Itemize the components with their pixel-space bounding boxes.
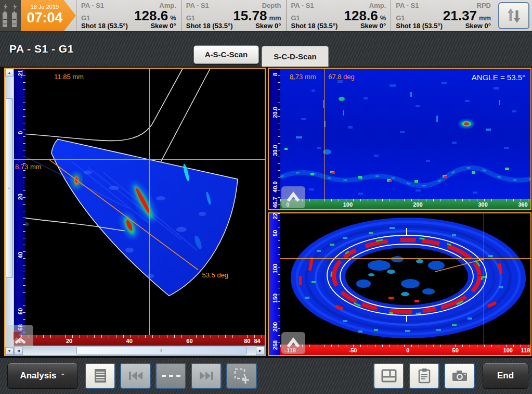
data-list-button[interactable] <box>85 363 115 389</box>
sscan-view[interactable]: ▲ ≡ ▼ -21020406068 <box>4 68 266 356</box>
skip-forward-icon <box>199 371 214 381</box>
list-icon <box>93 368 108 384</box>
readout-unit: mm <box>479 14 491 22</box>
playback-tool-group <box>85 363 257 389</box>
charge-bolt-icon <box>4 4 8 10</box>
readout-panel-depth[interactable]: PA - S1Depth G115.78mm Shot 18 (53.5°)Sk… <box>181 0 286 31</box>
axis-tick-label: 80 <box>244 338 250 344</box>
readout-panel-amp-2[interactable]: PA - S1Amp. G1128.6% Shot 18 (53.5°)Skew… <box>286 0 391 31</box>
axis-tick-label: 60 <box>17 308 23 314</box>
axis-tick-label: 100 <box>503 347 513 353</box>
cscan-plot-area[interactable]: 8.73 mm 67.8 deg ANGLE = 53.5° 010020030… <box>280 69 530 209</box>
tab-s-c-d-scan[interactable]: S-C-D-Scan <box>262 46 329 67</box>
scroll-track[interactable]: ≡ <box>5 77 14 347</box>
layout-button[interactable] <box>373 363 404 389</box>
shot-label: Shot 18 (53.5°) <box>396 22 443 30</box>
axis-tick-label: 20 <box>17 194 23 200</box>
scroll-thumb[interactable]: ⦀ <box>76 347 246 354</box>
screenshot-button[interactable] <box>444 363 475 389</box>
dashes-icon <box>162 374 180 378</box>
clipboard-icon <box>418 368 431 384</box>
axis-tick-label: 40.0 <box>272 181 278 192</box>
quantity-label: RPD <box>477 2 491 9</box>
axis-tick-label: 20 <box>66 338 72 344</box>
cursor-step-button[interactable] <box>155 363 186 389</box>
restore-arrow-icon <box>11 329 29 345</box>
axis-tick-label: -50 <box>349 347 357 353</box>
datetime-pennant: 18 Ju 2019 07:04 <box>21 0 76 31</box>
bottom-toolbar: Analysis ⌃ <box>0 358 532 394</box>
chevron-up-icon: ⌃ <box>60 373 65 379</box>
axis-tick-label: 22 <box>272 213 278 220</box>
marquee-plus-icon <box>233 367 250 384</box>
axis-tick-label: 200 <box>413 201 422 208</box>
readout-value: 128.6 <box>134 9 168 22</box>
cscan-image[interactable]: 8.73 mm 67.8 deg ANGLE = 53.5° <box>280 69 530 199</box>
dscan-index-cursor-line[interactable] <box>280 258 530 259</box>
gate-label: G1 <box>186 14 195 22</box>
readout-unit: % <box>380 14 386 22</box>
sscan-horizontal-scrollbar[interactable]: ◀ ⦀ ▶ <box>14 346 265 355</box>
axis-tick-label: 20.0 <box>272 107 278 118</box>
gate-label: G1 <box>396 14 405 22</box>
report-tool-group <box>373 363 475 389</box>
depth-cursor-label: 11.85 mm <box>54 73 84 81</box>
position-cursor-label: 8.73 mm <box>290 73 316 81</box>
scroll-right-button[interactable]: ▶ <box>256 346 265 355</box>
chevron-up-icon <box>285 192 302 203</box>
scroll-up-button[interactable]: ▲ <box>5 69 14 77</box>
scroll-thumb[interactable]: ≡ <box>6 98 13 278</box>
sscan-maximize-overlay-button[interactable] <box>7 325 33 349</box>
weld-overlay-line <box>161 69 210 162</box>
sscan-scan-cursor-line[interactable] <box>149 69 150 335</box>
readout-panel-rpd[interactable]: PA - S1RPD G121.37mm Shot 18 (53.5°)Skew… <box>391 0 496 31</box>
chevron-up-icon <box>285 337 302 349</box>
scroll-track[interactable]: ⦀ <box>23 346 256 355</box>
probe-label: PA - S1 <box>291 2 314 9</box>
dscan-maximize-overlay-button[interactable] <box>281 332 305 354</box>
analysis-menu-button[interactable]: Analysis ⌃ <box>7 363 78 389</box>
axis-tick-label: 60 <box>186 338 192 344</box>
readout-panel-amp-1[interactable]: PA - S1Amp. G1128.6% Shot 18 (53.5°)Skew… <box>76 0 181 31</box>
axis-tick-label: 150 <box>272 294 278 303</box>
dscan-view[interactable]: 2250100150200258 <box>268 212 531 356</box>
axis-tick-label: 0 <box>17 131 23 134</box>
axis-tick-label: 50 <box>272 230 278 236</box>
dscan-plot-area[interactable]: -118-50050100118 <box>280 213 530 355</box>
end-button-label: End <box>497 371 514 381</box>
sscan-plot-area[interactable]: -21020406068 <box>14 69 265 335</box>
tab-a-s-c-scan[interactable]: A-S-C-Scan <box>193 45 259 64</box>
skew-label: Skew 0° <box>360 22 386 30</box>
skip-backward-icon <box>128 371 144 381</box>
cscan-raster-image <box>280 69 530 199</box>
readout-value: 128.6 <box>344 9 378 22</box>
sscan-depth-ruler: -21020406068 <box>14 69 25 335</box>
sscan-vertical-scrollbar[interactable]: ▲ ≡ ▼ <box>5 69 14 355</box>
sscan-depth-cursor-line[interactable] <box>14 159 265 160</box>
axis-tick-label: 300 <box>478 201 487 208</box>
dscan-image[interactable] <box>280 213 530 345</box>
cscan-scan-cursor-line[interactable] <box>324 69 325 199</box>
report-button[interactable] <box>409 363 439 389</box>
weld-overlay-line <box>25 69 183 141</box>
sscan-image[interactable] <box>25 69 265 335</box>
go-first-button[interactable] <box>120 363 151 389</box>
end-button[interactable]: End <box>483 363 528 389</box>
go-last-button[interactable] <box>191 363 222 389</box>
axis-tick-label: 100 <box>343 201 353 208</box>
shot-label: Shot 18 (53.5°) <box>291 22 338 30</box>
layout-panes-icon <box>381 369 397 383</box>
dscan-index-ruler: 2250100150200258 <box>269 213 280 355</box>
sscan-scan-axis-ruler: -22040608084 <box>14 335 265 346</box>
readout-unit: mm <box>269 14 281 22</box>
cscan-view[interactable]: 820.030.040.046.7 <box>268 68 531 210</box>
cscan-maximize-overlay-button[interactable] <box>281 186 305 208</box>
charge-bolt-icon <box>13 4 17 10</box>
add-selection-button[interactable] <box>226 363 257 389</box>
battery-status-panel <box>0 0 21 31</box>
swap-readouts-button[interactable] <box>498 2 529 29</box>
shot-label: Shot 18 (53.5°) <box>81 22 128 30</box>
readout-value: 21.37 <box>443 9 477 22</box>
dscan-top-image <box>280 213 530 345</box>
dscan-scan-cursor-line[interactable] <box>484 213 484 345</box>
